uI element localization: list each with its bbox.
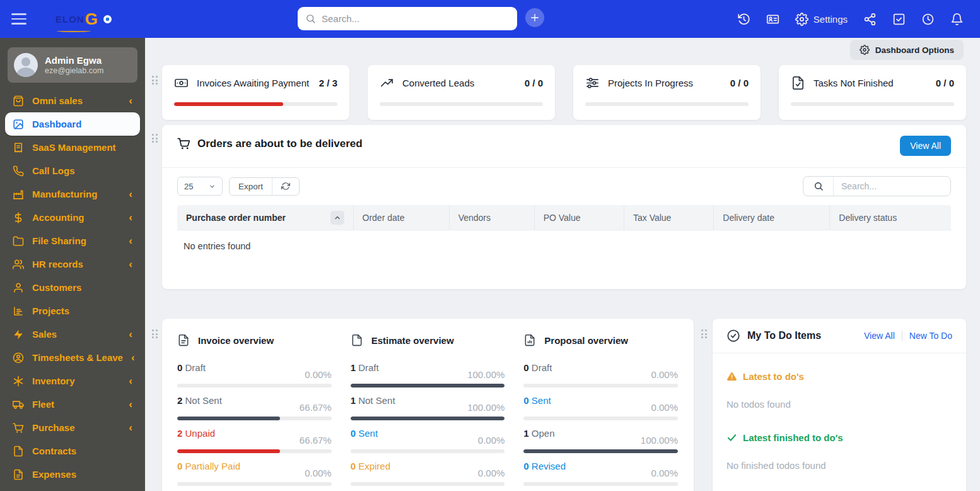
sidebar-item-label: Timesheets & Leave xyxy=(32,352,123,363)
history-button[interactable] xyxy=(737,13,750,26)
stat-card[interactable]: Invoices Awaiting Payment2 / 3 xyxy=(162,65,349,120)
folder-icon xyxy=(13,235,24,247)
table-search-button[interactable] xyxy=(803,177,834,196)
truck-icon xyxy=(13,399,24,410)
page-size-select[interactable]: 25 xyxy=(177,177,223,196)
user-profile-card[interactable]: Admin Egwa eze@gielab.com xyxy=(8,47,137,83)
refresh-icon xyxy=(281,182,290,191)
overview-percent: 0.00% xyxy=(478,468,505,478)
person-icon xyxy=(13,282,24,293)
stat-card[interactable]: Projects In Progress0 / 0 xyxy=(573,65,761,120)
stat-value: 2 / 3 xyxy=(319,78,337,88)
export-button[interactable]: Export xyxy=(230,178,272,195)
drag-handle[interactable] xyxy=(701,329,708,340)
orders-search-input[interactable] xyxy=(834,181,950,191)
column-header-delivery-status[interactable]: Delivery status xyxy=(829,205,951,230)
sidebar-item-projects[interactable]: Projects xyxy=(5,299,140,322)
sidebar-item-saas-management[interactable]: SaaS Management xyxy=(5,136,140,159)
column-header-purchase-order-number[interactable]: Purchase order number xyxy=(177,205,353,230)
sidebar-item-label: Customers xyxy=(32,282,81,293)
sidebar-item-expenses[interactable]: Expenses xyxy=(5,463,140,486)
overview-label: Open xyxy=(532,428,555,439)
share-icon xyxy=(863,13,877,26)
todo-header: My To Do Items View All New To Do xyxy=(713,319,966,353)
sidebar-item-contracts[interactable]: Contracts xyxy=(5,439,140,463)
sidebar-item-purchase[interactable]: Purchase‹ xyxy=(5,416,140,439)
folder-icon xyxy=(13,235,24,247)
overview-count: 2 xyxy=(177,428,182,439)
settings-button[interactable]: Settings xyxy=(795,13,848,26)
stat-card[interactable]: Converted Leads0 / 0 xyxy=(368,65,555,120)
progress-bar xyxy=(351,417,505,420)
column-header-vendors[interactable]: Vendors xyxy=(449,205,534,230)
global-search-input[interactable] xyxy=(322,13,510,24)
column-header-delivery-date[interactable]: Delivery date xyxy=(713,205,829,230)
stat-card[interactable]: Tasks Not Finished0 / 0 xyxy=(779,65,966,120)
check-icon xyxy=(726,432,737,443)
orders-widget: Orders are about to be delivered View Al… xyxy=(162,125,966,289)
overview-title: Proposal overview xyxy=(544,335,628,346)
sidebar-item-label: Dashboard xyxy=(32,119,81,129)
time-button[interactable] xyxy=(921,13,935,26)
sidebar-item-sales[interactable]: Sales‹ xyxy=(5,322,140,346)
users-icon xyxy=(13,259,24,270)
sidebar-item-timesheets-leave[interactable]: Timesheets & Leave‹ xyxy=(5,346,140,369)
user-name: Admin Egwa xyxy=(45,55,103,66)
todo-view-all-link[interactable]: View All xyxy=(864,331,895,341)
sidebar-item-call-logs[interactable]: Call Logs xyxy=(5,159,140,182)
column-header-order-date[interactable]: Order date xyxy=(353,205,449,230)
sidebar-item-label: Purchase xyxy=(32,422,75,433)
quick-add-button[interactable] xyxy=(525,8,544,27)
overview-count: 0 xyxy=(523,362,528,373)
factory-icon xyxy=(13,189,24,200)
drag-handle[interactable] xyxy=(152,329,159,340)
progress-bar xyxy=(585,102,749,106)
chevron-left-icon: ‹ xyxy=(129,97,132,105)
phone-icon xyxy=(13,165,24,177)
progress-bar xyxy=(177,482,332,486)
overview-count: 0 xyxy=(177,461,182,471)
overview-count: 1 xyxy=(351,395,356,406)
dashboard-options-button[interactable]: Dashboard Options xyxy=(850,40,964,60)
invoice-overview: Invoice overview0 Draft0.00%2 Not Sent66… xyxy=(177,334,332,491)
sidebar-item-label: Sales xyxy=(32,329,57,340)
menu-toggle-button[interactable] xyxy=(11,13,26,25)
progress-bar xyxy=(791,102,954,106)
orders-view-all-button[interactable]: View All xyxy=(900,136,951,156)
notifications-button[interactable] xyxy=(950,13,964,26)
sidebar-item-inventory[interactable]: Inventory‹ xyxy=(5,369,140,393)
sidebar-item-file-sharing[interactable]: File Sharing‹ xyxy=(5,229,140,252)
orders-search xyxy=(803,176,951,196)
brand-logo[interactable]: ELONG xyxy=(55,11,116,28)
sidebar-item-omni-sales[interactable]: Omni sales‹ xyxy=(5,89,140,112)
contacts-button[interactable] xyxy=(766,13,779,26)
progress-bar xyxy=(523,482,678,486)
sort-asc-icon[interactable] xyxy=(330,211,344,225)
search-icon xyxy=(305,13,316,24)
sidebar-item-fleet[interactable]: Fleet‹ xyxy=(5,393,140,416)
stat-value: 0 / 0 xyxy=(936,78,954,88)
refresh-button[interactable] xyxy=(272,178,299,195)
tasks-button[interactable] xyxy=(892,13,906,26)
basket-icon xyxy=(13,95,24,107)
column-header-po-value[interactable]: PO Value xyxy=(534,205,624,230)
sidebar-item-manufacturing[interactable]: Manufacturing‹ xyxy=(5,182,140,206)
main-content: Dashboard Options Invoices Awaiting Paym… xyxy=(145,38,980,491)
overview-label: Sent xyxy=(532,395,551,406)
cart-icon xyxy=(177,137,190,150)
share-button[interactable] xyxy=(863,13,877,26)
sidebar-item-dashboard[interactable]: Dashboard xyxy=(5,112,140,136)
overview-count: 0 xyxy=(351,461,356,471)
drag-handle[interactable] xyxy=(152,134,159,144)
contract-icon xyxy=(13,446,24,457)
sidebar-item-accounting[interactable]: Accounting‹ xyxy=(5,206,140,229)
new-todo-link[interactable]: New To Do xyxy=(909,331,952,341)
sidebar-item-label: Expenses xyxy=(32,469,76,480)
overview-label: Not Sent xyxy=(358,395,395,406)
overview-row: 0 Partially Paid0.00% xyxy=(177,461,332,486)
search-icon xyxy=(814,181,824,191)
drag-handle[interactable] xyxy=(152,76,159,86)
sidebar-item-hr-records[interactable]: HR records‹ xyxy=(5,252,140,276)
column-header-tax-value[interactable]: Tax Value xyxy=(624,205,713,230)
sidebar-item-customers[interactable]: Customers xyxy=(5,276,140,299)
